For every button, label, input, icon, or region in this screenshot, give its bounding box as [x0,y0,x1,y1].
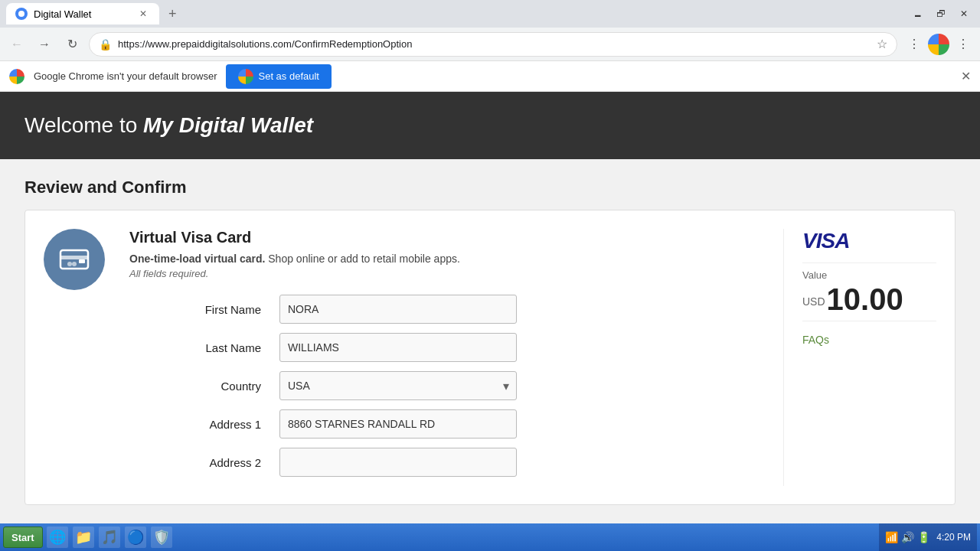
product-desc-bold: One-time-load virtual card. [129,253,265,265]
product-description: One-time-load virtual card. Shop online … [129,253,759,265]
product-desc-rest: Shop online or add to retail mobile apps… [265,253,460,265]
taskbar-folder-icon[interactable]: 📁 [73,527,94,548]
ie-icon: 🌐 [49,529,66,546]
set-default-label: Set as default [258,70,319,82]
page-body: Review and Confirm Virtual Visa Card One… [0,159,980,523]
first-name-row: First Name [129,295,759,324]
extensions-button[interactable]: ⋮ [903,34,925,55]
media-icon: 🎵 [101,529,118,546]
amount-value: 10.00 [827,282,903,316]
default-browser-bar: Google Chrome isn't your default browser… [0,61,980,92]
divider-2 [802,321,936,321]
card-icon-section [44,229,105,486]
tab-title: Digital Wallet [34,8,91,20]
country-select[interactable]: USA Canada United Kingdom [279,371,517,400]
first-name-label: First Name [129,303,267,316]
country-select-wrapper: USA Canada United Kingdom [279,371,517,400]
system-tray-icons: 📶 🔊 🔋 [885,531,930,543]
set-default-button[interactable]: Set as default [226,64,332,89]
address1-input[interactable] [279,409,517,439]
nav-actions: ⋮ ⋮ [903,34,974,55]
country-label: Country [129,380,267,393]
bookmark-icon[interactable]: ☆ [877,37,887,51]
chrome-taskbar-icon: 🔵 [127,529,144,546]
taskbar-system-tray: 📶 🔊 🔋 4:20 PM [879,523,977,551]
chrome-icon [9,69,24,84]
required-note: All fields required. [129,268,759,279]
taskbar-ie-icon[interactable]: 🌐 [47,527,68,548]
battery-icon: 🔋 [917,531,930,543]
value-amount-container: USD10.00 [802,284,936,315]
taskbar-chrome-icon[interactable]: 🔵 [125,527,146,548]
back-button[interactable]: ← [6,34,28,55]
last-name-label: Last Name [129,341,267,354]
maximize-button[interactable]: 🗗 [931,7,951,21]
section-title: Review and Confirm [24,178,956,197]
product-card: Virtual Visa Card One-time-load virtual … [24,210,956,505]
forward-button[interactable]: → [34,34,55,55]
page-header: Welcome to My Digital Wallet [0,92,980,159]
window-controls: 🗕 🗗 ✕ [908,7,974,21]
start-button[interactable]: Start [3,527,43,548]
visa-logo: VISA [802,229,936,253]
taskbar: Start 🌐 📁 🎵 🔵 🛡️ 📶 🔊 🔋 4:20 PM [0,523,980,551]
volume-icon: 🔊 [901,531,914,543]
first-name-input[interactable] [279,295,517,324]
divider-1 [802,262,936,263]
value-label: Value [802,269,936,281]
folder-icon: 📁 [75,529,92,546]
title-bar: Digital Wallet ✕ + 🗕 🗗 ✕ [0,0,980,28]
address2-row: Address 2 [129,448,759,477]
svg-point-5 [72,262,77,266]
svg-point-4 [67,262,72,266]
reload-button[interactable]: ↻ [61,34,83,55]
lock-icon: 🔒 [99,38,112,51]
taskbar-media-icon[interactable]: 🎵 [99,527,120,548]
card-right-section: VISA Value USD10.00 FAQs [783,229,936,486]
svg-rect-3 [79,259,85,263]
chrome-account-icon[interactable] [928,34,949,55]
address2-label: Address 2 [129,456,267,469]
header-title: Welcome to My Digital Wallet [24,113,956,138]
currency-label: USD [802,295,825,308]
taskbar-shield-icon[interactable]: 🛡️ [151,527,172,548]
nav-bar: ← → ↻ 🔒 https://www.prepaiddigitalsoluti… [0,28,980,61]
shield-icon: 🛡️ [153,529,170,546]
system-clock: 4:20 PM [936,532,971,543]
menu-button[interactable]: ⋮ [952,34,974,55]
tab-favicon [15,8,28,20]
set-default-chrome-icon [238,69,253,84]
address1-label: Address 1 [129,418,267,431]
minimize-button[interactable]: 🗕 [908,7,928,21]
network-icon: 📶 [885,531,898,543]
tab-close-button[interactable]: ✕ [136,7,150,21]
browser-tab[interactable]: Digital Wallet ✕ [6,3,159,24]
last-name-row: Last Name [129,333,759,362]
header-text-plain: Welcome to [24,113,143,137]
last-name-input[interactable] [279,333,517,362]
close-button[interactable]: ✕ [954,7,974,21]
svg-rect-2 [60,256,88,259]
browser-chrome: Digital Wallet ✕ + 🗕 🗗 ✕ ← → ↻ 🔒 https:/… [0,0,980,92]
svg-point-0 [18,11,24,17]
header-text-italic: My Digital Wallet [143,113,313,137]
product-title: Virtual Visa Card [129,229,759,246]
country-row: Country USA Canada United Kingdom [129,371,759,400]
start-label: Start [11,532,34,543]
url-text: https://www.prepaiddigitalsolutions.com/… [118,38,871,50]
new-tab-button[interactable]: + [165,3,180,25]
product-icon [44,229,105,290]
address-bar[interactable]: 🔒 https://www.prepaiddigitalsolutions.co… [89,32,897,57]
default-browser-message: Google Chrome isn't your default browser [34,70,217,82]
card-main-section: Virtual Visa Card One-time-load virtual … [129,229,759,486]
dismiss-default-bar-button[interactable]: ✕ [961,69,971,83]
faqs-link[interactable]: FAQs [802,334,936,346]
wallet-icon [57,243,91,276]
address2-input[interactable] [279,448,517,477]
address1-row: Address 1 [129,409,759,439]
